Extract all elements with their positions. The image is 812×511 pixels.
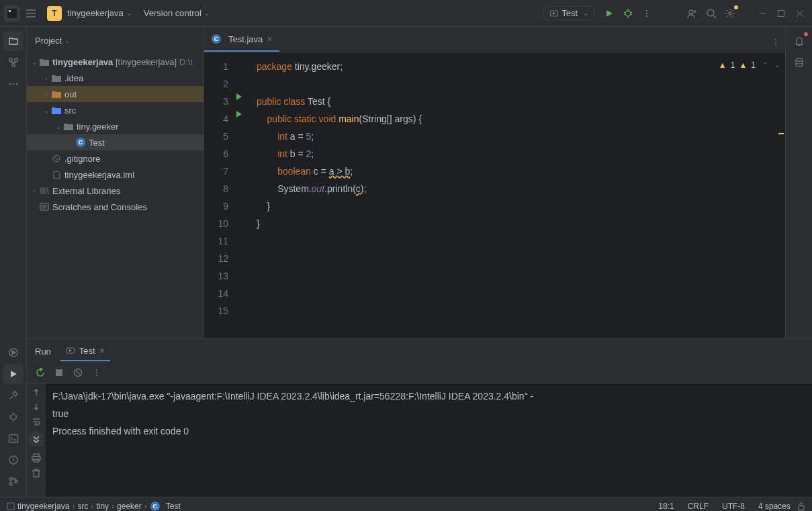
debug-button[interactable] bbox=[619, 4, 637, 23]
tree-item-iml[interactable]: tinygeekerjava.iml bbox=[27, 167, 204, 183]
tab-close-icon[interactable]: × bbox=[267, 34, 272, 44]
tree-item-class[interactable]: C Test bbox=[27, 134, 204, 150]
expand-icon[interactable]: ⌄ bbox=[42, 107, 51, 114]
maximize-button[interactable] bbox=[772, 4, 791, 23]
tree-item-package[interactable]: ⌄ tiny.geeker bbox=[27, 118, 204, 134]
module-icon bbox=[39, 56, 50, 67]
error-stripe[interactable] bbox=[777, 52, 785, 338]
run-button[interactable] bbox=[600, 4, 619, 23]
svg-rect-12 bbox=[15, 58, 17, 61]
stop-button[interactable] bbox=[51, 365, 67, 381]
code-editor[interactable]: 123456789101112131415 package tiny.geeke… bbox=[204, 52, 785, 338]
code-content[interactable]: package tiny.geeker; public class Test {… bbox=[249, 52, 785, 338]
clear-icon[interactable] bbox=[32, 468, 41, 477]
folder-icon bbox=[51, 73, 62, 83]
soft-wrap-icon[interactable] bbox=[32, 417, 41, 426]
svg-point-22 bbox=[9, 483, 12, 485]
svg-point-14 bbox=[9, 83, 11, 85]
scroll-to-end-icon[interactable] bbox=[29, 432, 44, 447]
inspection-widget[interactable]: ▲1 ▲1 ⌃ ⌄ bbox=[719, 56, 780, 74]
chevron-up-icon[interactable]: ⌃ bbox=[762, 56, 768, 74]
structure-tool-button[interactable] bbox=[3, 52, 24, 73]
class-icon: C bbox=[150, 501, 161, 512]
tree-item-idea[interactable]: › .idea bbox=[27, 70, 204, 86]
tab-filename: Test.java bbox=[228, 34, 263, 44]
rerun-button[interactable] bbox=[32, 365, 48, 381]
svg-point-16 bbox=[15, 83, 17, 85]
tree-item-gitignore[interactable]: .gitignore bbox=[27, 150, 204, 167]
svg-point-27 bbox=[775, 42, 776, 43]
indent[interactable]: 4 spaces bbox=[758, 502, 791, 511]
run-config-selector[interactable]: Test ⌄ bbox=[543, 6, 594, 20]
run-more-icon[interactable] bbox=[89, 365, 105, 381]
gutter-run-icon[interactable] bbox=[235, 93, 249, 101]
close-button[interactable] bbox=[791, 4, 809, 23]
project-tree[interactable]: ⌄ tinygeekerjava [tinygeekerjava] D:\t ›… bbox=[27, 54, 204, 338]
expand-icon[interactable]: › bbox=[42, 91, 51, 98]
cursor-position[interactable]: 18:1 bbox=[658, 502, 674, 511]
problems-tool-button[interactable] bbox=[3, 450, 24, 470]
editor-tab[interactable]: C Test.java × bbox=[204, 28, 279, 52]
svg-point-33 bbox=[96, 369, 97, 370]
console-output[interactable]: F:\Java\jdk-17\bin\java.exe "-javaagent:… bbox=[46, 383, 812, 497]
svg-point-7 bbox=[689, 10, 693, 14]
exit-button[interactable] bbox=[70, 365, 86, 381]
tree-item-scratches[interactable]: Scratches and Consoles bbox=[27, 199, 204, 215]
ide-logo bbox=[3, 4, 21, 23]
notifications-icon[interactable] bbox=[789, 31, 809, 51]
minimize-button[interactable] bbox=[753, 4, 772, 23]
readonly-icon[interactable] bbox=[797, 502, 805, 511]
class-icon: C bbox=[75, 137, 86, 148]
expand-icon[interactable]: › bbox=[30, 187, 39, 195]
run-panel-header: Run Test × bbox=[27, 339, 812, 363]
svg-point-35 bbox=[96, 374, 97, 375]
code-with-me-icon[interactable] bbox=[683, 4, 702, 23]
expand-icon[interactable]: ⌄ bbox=[30, 58, 39, 66]
chevron-down-icon: ⌄ bbox=[583, 9, 588, 17]
build-tool-button[interactable] bbox=[3, 385, 24, 406]
run-tool-button[interactable] bbox=[3, 364, 24, 384]
tab-close-icon[interactable]: × bbox=[99, 345, 105, 356]
services-tool-button[interactable] bbox=[3, 342, 24, 363]
svg-point-8 bbox=[707, 9, 714, 16]
svg-point-28 bbox=[775, 44, 776, 46]
vcs-dropdown[interactable]: Version control⌄ bbox=[144, 8, 210, 18]
expand-icon[interactable]: › bbox=[42, 75, 51, 82]
run-tab[interactable]: Test × bbox=[60, 341, 110, 361]
gutter-run-icon[interactable] bbox=[235, 110, 249, 118]
run-tab-name: Test bbox=[79, 346, 95, 356]
print-icon[interactable] bbox=[32, 453, 41, 463]
expand-icon[interactable]: ⌄ bbox=[54, 123, 63, 130]
run-panel: Run Test × bbox=[27, 338, 812, 497]
project-panel-header[interactable]: Project ⌄ bbox=[27, 27, 204, 54]
encoding[interactable]: UTF-8 bbox=[722, 502, 745, 511]
breadcrumb[interactable]: tinygeekerjava› src› tiny› geeker› C Tes… bbox=[7, 501, 181, 512]
project-dropdown[interactable]: tinygeekerjava⌄ bbox=[67, 8, 132, 18]
debug-tool-button[interactable] bbox=[3, 407, 24, 427]
tree-item-src[interactable]: ⌄ src bbox=[27, 102, 204, 118]
run-config-icon bbox=[66, 346, 75, 355]
line-numbers: 123456789101112131415 bbox=[204, 52, 235, 338]
titlebar: T tinygeekerjava⌄ Version control⌄ Test … bbox=[0, 0, 812, 27]
scroll-down-icon[interactable] bbox=[32, 402, 41, 412]
tree-item-out[interactable]: › out bbox=[27, 86, 204, 102]
scroll-up-icon[interactable] bbox=[32, 387, 41, 397]
tab-more-icon[interactable] bbox=[766, 33, 785, 52]
terminal-tool-button[interactable] bbox=[3, 428, 24, 449]
more-actions-icon[interactable] bbox=[637, 4, 656, 23]
search-icon[interactable] bbox=[702, 4, 721, 23]
svg-point-18 bbox=[11, 414, 16, 420]
run-toolbar bbox=[27, 363, 812, 383]
svg-point-21 bbox=[9, 477, 12, 480]
git-tool-button[interactable] bbox=[3, 471, 24, 492]
tree-root[interactable]: ⌄ tinygeekerjava [tinygeekerjava] D:\t bbox=[27, 54, 204, 70]
hamburger-icon[interactable] bbox=[21, 4, 40, 23]
tree-item-external[interactable]: › External Libraries bbox=[27, 183, 204, 199]
more-tool-button[interactable] bbox=[3, 74, 24, 94]
line-ending[interactable]: CRLF bbox=[688, 502, 709, 511]
svg-point-6 bbox=[646, 15, 647, 16]
settings-icon[interactable] bbox=[721, 4, 739, 23]
database-icon[interactable] bbox=[789, 52, 809, 73]
chevron-down-icon: ⌄ bbox=[64, 37, 70, 44]
project-tool-button[interactable] bbox=[3, 31, 24, 51]
